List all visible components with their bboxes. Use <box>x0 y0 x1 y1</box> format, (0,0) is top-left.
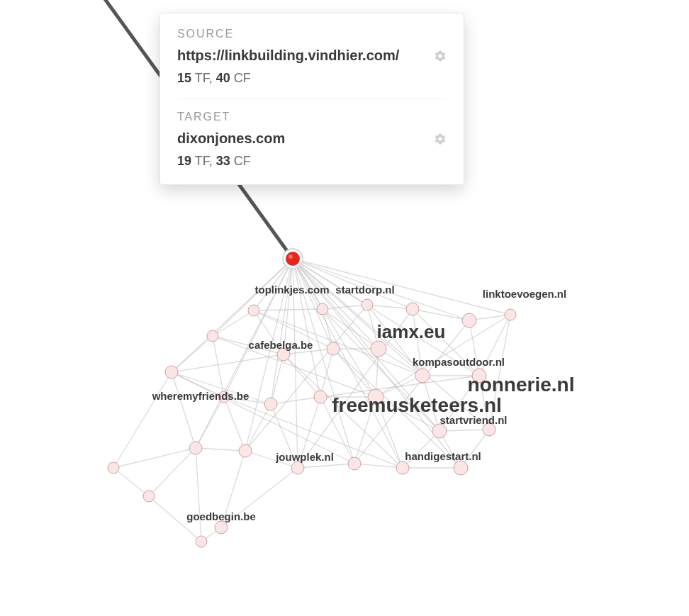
graph-node[interactable] <box>406 303 419 315</box>
graph-node[interactable] <box>277 348 290 361</box>
svg-line-1 <box>213 259 293 336</box>
svg-line-80 <box>149 448 196 496</box>
graph-node[interactable] <box>189 442 202 454</box>
target-url: dixonjones.com <box>177 130 285 147</box>
svg-line-49 <box>489 315 510 430</box>
graph-node[interactable] <box>415 369 430 383</box>
graph-node[interactable] <box>196 536 207 547</box>
graph-node[interactable] <box>291 461 304 474</box>
graph-node[interactable] <box>327 342 340 355</box>
svg-line-63 <box>224 397 271 404</box>
svg-line-36 <box>254 310 333 349</box>
svg-line-75 <box>439 430 489 431</box>
graph-node[interactable] <box>454 461 468 475</box>
source-url: https://linkbuilding.vindhier.com/ <box>177 47 399 64</box>
graph-node[interactable] <box>108 462 119 474</box>
graph-node[interactable] <box>368 389 383 405</box>
graph-node[interactable] <box>371 341 386 357</box>
graph-node[interactable] <box>348 457 361 470</box>
graph-node[interactable] <box>314 391 327 403</box>
graph-node[interactable] <box>472 369 486 383</box>
svg-line-9 <box>293 259 333 349</box>
svg-line-87 <box>354 464 403 468</box>
svg-line-33 <box>213 336 224 397</box>
origin-node[interactable] <box>286 252 300 266</box>
svg-line-79 <box>196 448 245 451</box>
graph-node[interactable] <box>362 299 373 310</box>
source-heading: SOURCE <box>177 28 447 40</box>
svg-line-95 <box>284 354 403 468</box>
svg-line-66 <box>271 397 320 404</box>
svg-line-64 <box>196 397 224 448</box>
svg-line-50 <box>284 349 333 354</box>
graph-node[interactable] <box>207 330 218 342</box>
target-metrics: 19 TF, 33 CF <box>177 154 447 169</box>
tooltip-divider <box>177 99 447 99</box>
svg-line-52 <box>284 354 320 397</box>
graph-node[interactable] <box>505 309 516 320</box>
svg-line-84 <box>221 451 245 527</box>
graph-node[interactable] <box>264 398 277 410</box>
gear-icon[interactable] <box>434 133 447 145</box>
graph-node[interactable] <box>483 423 495 436</box>
graph-node[interactable] <box>432 424 447 438</box>
graph-node[interactable] <box>143 491 155 502</box>
source-metrics: 15 TF, 40 CF <box>177 71 447 86</box>
gear-icon[interactable] <box>434 50 447 62</box>
svg-line-5 <box>293 259 413 309</box>
svg-line-27 <box>172 372 196 448</box>
graph-node[interactable] <box>165 366 178 379</box>
svg-line-23 <box>293 259 403 468</box>
graph-node[interactable] <box>462 313 476 327</box>
svg-line-85 <box>298 464 354 468</box>
svg-line-102 <box>320 376 479 397</box>
origin-node-highlight <box>289 254 293 259</box>
svg-line-73 <box>354 397 376 464</box>
graph-node[interactable] <box>317 303 328 315</box>
svg-line-76 <box>403 431 439 468</box>
svg-line-81 <box>196 448 201 542</box>
svg-line-90 <box>113 468 149 496</box>
svg-line-83 <box>245 451 298 468</box>
svg-line-22 <box>293 259 354 464</box>
graph-node[interactable] <box>215 521 228 534</box>
svg-line-40 <box>367 305 413 309</box>
edge-group <box>113 259 510 542</box>
graph-node[interactable] <box>248 305 259 316</box>
svg-line-103 <box>376 315 510 397</box>
svg-line-30 <box>113 372 172 468</box>
svg-line-70 <box>298 397 320 468</box>
link-details-tooltip: SOURCE https://linkbuilding.vindhier.com… <box>159 13 464 185</box>
graph-stage: toplinkjes.com startdorp.nl linktoevoege… <box>0 0 689 616</box>
svg-line-96 <box>333 349 461 468</box>
svg-line-86 <box>221 468 298 527</box>
svg-line-61 <box>479 376 489 430</box>
svg-line-44 <box>413 309 422 376</box>
svg-line-68 <box>271 404 298 468</box>
svg-line-62 <box>439 376 479 431</box>
graph-node[interactable] <box>218 391 230 403</box>
graph-node[interactable] <box>239 444 252 457</box>
graph-node[interactable] <box>396 461 409 474</box>
svg-line-82 <box>113 448 196 468</box>
svg-line-98 <box>224 397 403 468</box>
svg-line-65 <box>224 397 245 451</box>
svg-line-89 <box>149 496 201 542</box>
target-heading: TARGET <box>177 111 447 123</box>
